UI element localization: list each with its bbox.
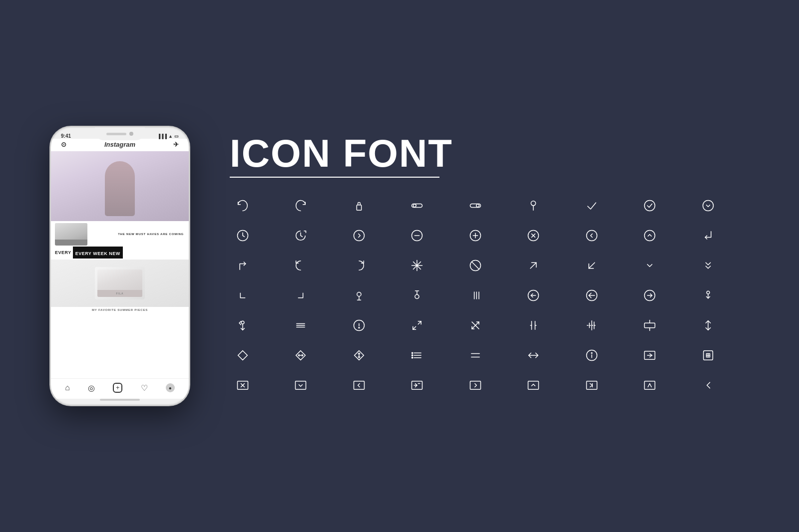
svg-point-19	[586, 231, 597, 241]
svg-point-80	[412, 357, 413, 358]
camera-icon: ⊙	[61, 141, 66, 148]
icon-plus-circle	[462, 223, 488, 249]
svg-line-54	[418, 321, 421, 324]
svg-line-26	[471, 262, 479, 269]
svg-point-8	[703, 201, 713, 211]
svg-point-2	[413, 204, 416, 207]
app-name: Instagram	[104, 141, 135, 148]
icon-rotate-cw	[346, 253, 372, 278]
sneaker-caption: THE NEW MUST HAVES ARE COMING	[87, 232, 185, 236]
icon-chevron-left	[695, 372, 721, 398]
icon-expand	[404, 312, 430, 338]
main-container: 9:41 ▐▐▐ ▲ ▭ ⊙ Instagram ✈	[50, 126, 749, 406]
post-image-top	[51, 151, 189, 221]
icon-clock	[230, 223, 256, 249]
bottom-sneaker: FILA	[51, 260, 189, 307]
search-icon[interactable]: ◎	[88, 383, 95, 393]
icon-resize-h	[637, 312, 663, 338]
icon-pin-down	[346, 282, 372, 308]
icon-chevron-left-circle	[579, 223, 605, 249]
icon-alert-circle	[346, 312, 372, 338]
icon-box-right	[462, 372, 488, 398]
svg-point-20	[645, 231, 655, 241]
icon-menu	[288, 312, 314, 338]
battery-icon: ▭	[174, 134, 179, 139]
phone-notch	[95, 127, 145, 140]
bottom-nav: ⌂ ◎ + ♡ ●	[51, 378, 189, 399]
icon-corner-down-left	[695, 223, 721, 249]
svg-line-27	[530, 263, 536, 268]
icon-drag	[230, 312, 256, 338]
icon-minus-circle	[404, 223, 430, 249]
sneaker-section: THE NEW MUST HAVES ARE COMING	[51, 221, 189, 247]
icon-box-up	[520, 372, 546, 398]
heart-icon[interactable]: ♡	[141, 383, 148, 393]
svg-point-4	[476, 204, 479, 207]
icon-check-circle	[637, 193, 663, 219]
icon-diamond-v-arrows	[346, 342, 372, 368]
icon-sort	[695, 282, 721, 308]
icon-list	[404, 342, 430, 368]
svg-point-10	[354, 231, 364, 241]
svg-point-7	[645, 201, 655, 211]
icon-info-circle	[579, 342, 605, 368]
icon-arrow-right-circle	[637, 282, 663, 308]
svg-line-28	[589, 263, 595, 268]
wifi-icon: ▲	[168, 134, 173, 139]
icon-chevron-down	[637, 253, 663, 278]
icon-diamond-arrows	[288, 342, 314, 368]
icon-x-circle	[520, 223, 546, 249]
icon-triple-bar	[462, 282, 488, 308]
icon-align-justify	[462, 342, 488, 368]
bottom-caption: MY FAVORITE SUMMER PIECES	[51, 307, 189, 313]
icon-chevrons-down	[695, 253, 721, 278]
right-panel: ICON FONT	[230, 134, 749, 398]
phone-mockup: 9:41 ▐▐▐ ▲ ▭ ⊙ Instagram ✈	[50, 126, 190, 406]
icon-corner-bottom-right	[288, 282, 314, 308]
icon-pin	[520, 193, 546, 219]
svg-point-79	[412, 355, 413, 356]
svg-line-55	[413, 326, 416, 329]
home-indicator	[100, 399, 140, 401]
icon-chevron-right-circle	[346, 223, 372, 249]
icon-chevron-down-circle	[695, 193, 721, 219]
svg-rect-96	[354, 381, 364, 389]
icon-redo	[288, 193, 314, 219]
phone-content: THE NEW MUST HAVES ARE COMING EVERY EVER…	[51, 151, 189, 378]
svg-point-29	[357, 292, 361, 296]
icon-pin-up	[404, 282, 430, 308]
icon-box-left	[346, 372, 372, 398]
icon-toggle-off	[404, 193, 430, 219]
send-icon: ✈	[173, 141, 179, 148]
svg-point-78	[412, 352, 413, 353]
add-icon[interactable]: +	[113, 383, 122, 393]
icon-columns	[520, 312, 546, 338]
title-divider	[230, 177, 439, 178]
sneaker-image	[55, 223, 87, 246]
home-icon[interactable]: ⌂	[65, 383, 70, 392]
profile-icon[interactable]: ●	[166, 383, 175, 392]
icon-arrow-up-right	[520, 253, 546, 278]
icon-sparkle	[404, 253, 430, 278]
icon-enter-box	[637, 342, 663, 368]
icon-box-tab	[579, 372, 605, 398]
icon-rotate-ccw	[288, 253, 314, 278]
icon-undo	[230, 193, 256, 219]
icon-box-triangle	[637, 372, 663, 398]
phone-time: 9:41	[61, 133, 71, 139]
weekly-banner: EVERY EVERY WEEK NEW	[51, 247, 189, 260]
icon-box-enter	[404, 372, 430, 398]
svg-rect-104	[645, 381, 655, 389]
svg-rect-66	[645, 323, 655, 327]
icon-resize-v	[695, 312, 721, 338]
icon-lock	[346, 193, 372, 219]
svg-marker-70	[238, 351, 248, 360]
icon-corner-up-right	[230, 253, 256, 278]
main-title: ICON FONT	[230, 134, 749, 173]
icon-arrow-left-circle2	[579, 282, 605, 308]
phone-speaker	[106, 133, 126, 135]
icon-cross-arrows	[462, 312, 488, 338]
svg-point-44	[707, 291, 710, 294]
icon-clock-arrow	[288, 223, 314, 249]
svg-point-32	[415, 294, 419, 298]
